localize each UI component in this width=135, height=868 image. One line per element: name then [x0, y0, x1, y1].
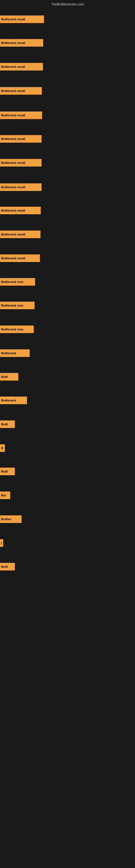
bottleneck-bar-label-22: Bottlen — [1, 518, 11, 521]
bottleneck-bar-label-2: Bottleneck result — [1, 41, 25, 44]
bottleneck-bar-label-17: Bottleneck — [1, 399, 16, 402]
bottleneck-bar-label-21: Bot — [1, 494, 6, 497]
bottleneck-bar-19: B — [0, 444, 5, 452]
bottleneck-bar-label-12: Bottleneck resu — [1, 280, 24, 283]
bottleneck-bar-14: Bottleneck resu — [0, 326, 34, 333]
bottleneck-bar-label-6: Bottleneck result — [1, 137, 25, 141]
bottleneck-bar-3: Bottleneck result — [0, 63, 43, 70]
bottleneck-bar-17: Bottleneck — [0, 397, 27, 404]
bottleneck-bar-24: Bottl — [0, 563, 15, 570]
bottleneck-bar-2: Bottleneck result — [0, 39, 43, 46]
bottleneck-bar-8: Bottleneck result — [0, 183, 42, 191]
bottleneck-bar-23: | — [0, 539, 3, 547]
bottleneck-bar-1: Bottleneck result — [0, 16, 44, 23]
site-title: TheBottlenecker.com — [0, 2, 135, 6]
bottleneck-bar-6: Bottleneck result — [0, 135, 42, 143]
bottleneck-bar-11: Bottleneck result — [0, 254, 40, 262]
bottleneck-bar-22: Bottlen — [0, 516, 21, 523]
bottleneck-bar-label-7: Bottleneck result — [1, 161, 25, 164]
bottleneck-bar-label-1: Bottleneck result — [1, 18, 25, 21]
bottleneck-bar-16: Bottl — [0, 373, 18, 380]
bottleneck-bar-5: Bottleneck result — [0, 112, 42, 119]
bottleneck-bar-18: Bottl — [0, 421, 15, 428]
bottleneck-bar-label-8: Bottleneck result — [1, 186, 25, 189]
bottleneck-bar-7: Bottleneck result — [0, 159, 42, 166]
bottleneck-bar-label-14: Bottleneck resu — [1, 328, 24, 331]
bottleneck-bar-label-10: Bottleneck result — [1, 233, 25, 236]
bottleneck-bar-15: Bottleneck — [0, 349, 30, 357]
bottleneck-bar-10: Bottleneck result — [0, 230, 41, 238]
bottleneck-bar-13: Bottleneck resu — [0, 302, 35, 309]
bottleneck-bar-label-9: Bottleneck result — [1, 209, 25, 212]
bottleneck-bar-label-13: Bottleneck resu — [1, 304, 24, 307]
bottleneck-bar-21: Bot — [0, 492, 10, 499]
bottleneck-bar-4: Bottleneck result — [0, 87, 42, 95]
bottleneck-bar-label-15: Bottleneck — [1, 351, 16, 355]
bottleneck-bar-label-16: Bottl — [1, 375, 8, 378]
bottleneck-bar-label-23: | — [1, 541, 2, 545]
bottleneck-bar-label-20: Bottl — [1, 470, 8, 473]
bottleneck-bar-9: Bottleneck result — [0, 207, 41, 214]
bottleneck-bar-label-3: Bottleneck result — [1, 65, 25, 68]
bottleneck-bar-label-24: Bottl — [1, 565, 8, 568]
bottleneck-bar-12: Bottleneck resu — [0, 278, 35, 286]
bottleneck-bar-label-5: Bottleneck result — [1, 114, 25, 117]
bottleneck-bar-label-19: B — [1, 446, 3, 450]
bottleneck-bar-label-4: Bottleneck result — [1, 89, 25, 93]
bottleneck-bar-20: Bottl — [0, 468, 15, 475]
bottleneck-bar-label-18: Bottl — [1, 423, 8, 426]
bottleneck-bar-label-11: Bottleneck result — [1, 257, 25, 260]
